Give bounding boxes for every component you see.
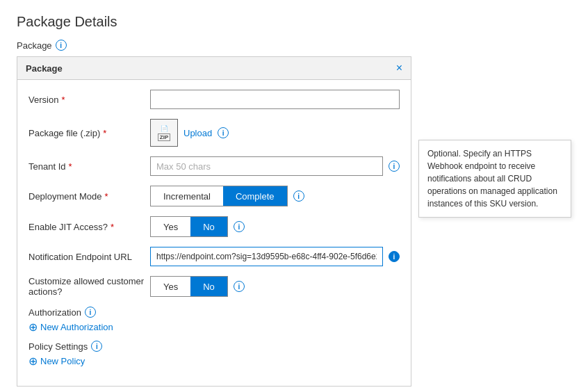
tenant-id-row: Tenant Id * i (28, 156, 400, 176)
package-section-info-icon[interactable]: i (56, 40, 67, 51)
customize-actions-label: Customize allowed customer actions? (28, 276, 150, 297)
close-button[interactable]: × (396, 63, 402, 74)
package-file-info-icon[interactable]: i (218, 127, 229, 138)
jit-access-row: Enable JIT Access? * Yes No i (28, 216, 400, 237)
new-policy-link[interactable]: ⊕ New Policy (28, 355, 400, 368)
package-file-label: Package file (.zip) * (28, 128, 150, 138)
notification-url-info-icon[interactable]: i (389, 251, 400, 262)
tenant-id-info-icon[interactable]: i (389, 161, 400, 172)
package-panel: Package × Version * Package file (.zip) … (17, 56, 411, 387)
tenant-id-required: * (69, 161, 72, 172)
notification-url-label: Notification Endpoint URL (28, 252, 150, 262)
authorization-info-icon[interactable]: i (85, 307, 96, 318)
jit-access-yes[interactable]: Yes (151, 217, 190, 236)
version-label: Version * (28, 95, 150, 105)
authorization-title: Authorization i (28, 307, 400, 318)
panel-title: Package (26, 63, 63, 74)
deployment-mode-incremental[interactable]: Incremental (151, 186, 223, 206)
policy-section: Policy Settings i ⊕ New Policy (28, 341, 400, 368)
notification-url-input[interactable] (150, 247, 383, 266)
new-authorization-link[interactable]: ⊕ New Authorization (28, 320, 400, 334)
deployment-mode-toggle: Incremental Complete (150, 186, 288, 206)
deployment-mode-row: Deployment Mode * Incremental Complete i (28, 186, 400, 206)
new-authorization-plus-icon: ⊕ (28, 320, 38, 334)
customize-actions-yes[interactable]: Yes (151, 277, 190, 296)
jit-access-toggle: Yes No (150, 216, 228, 237)
page-title: Package Details (17, 14, 571, 30)
version-required: * (61, 95, 65, 105)
package-section-label: Package i (17, 40, 571, 51)
zip-icon: 📄 ZIP (150, 119, 178, 147)
customize-actions-toggle: Yes No (150, 276, 228, 297)
section-label-text: Package (17, 40, 52, 51)
notification-url-row: Notification Endpoint URL i (28, 247, 400, 266)
panel-container: Package × Version * Package file (.zip) … (17, 56, 571, 387)
deployment-mode-complete[interactable]: Complete (223, 186, 287, 206)
new-policy-plus-icon: ⊕ (28, 355, 38, 368)
upload-link[interactable]: Upload (183, 128, 212, 138)
jit-access-info-icon[interactable]: i (234, 221, 245, 232)
customize-actions-no[interactable]: No (190, 277, 227, 296)
tenant-id-label: Tenant Id * (28, 161, 150, 172)
policy-title: Policy Settings i (28, 341, 400, 352)
authorization-section: Authorization i ⊕ New Authorization (28, 307, 400, 334)
deployment-mode-required: * (105, 191, 108, 202)
panel-header: Package × (17, 57, 411, 80)
version-input[interactable] (150, 90, 400, 109)
zip-label: ZIP (158, 133, 170, 141)
package-file-required: * (103, 128, 106, 138)
panel-body: Version * Package file (.zip) * 📄 ZIP Up… (17, 80, 411, 386)
customize-actions-row: Customize allowed customer actions? Yes … (28, 276, 400, 297)
policy-info-icon[interactable]: i (91, 341, 102, 352)
jit-access-no[interactable]: No (190, 217, 227, 236)
tooltip-text: Optional. Specify an HTTPS Webhook endpo… (427, 149, 557, 209)
package-file-row: Package file (.zip) * 📄 ZIP Upload i (28, 119, 400, 147)
jit-required: * (111, 222, 114, 232)
version-row: Version * (28, 90, 400, 109)
tenant-id-input[interactable] (150, 156, 383, 176)
customize-actions-info-icon[interactable]: i (234, 281, 245, 292)
jit-access-label: Enable JIT Access? * (28, 222, 150, 232)
upload-area: 📄 ZIP Upload i (150, 119, 229, 147)
notification-url-tooltip: Optional. Specify an HTTPS Webhook endpo… (418, 140, 571, 218)
deployment-mode-info-icon[interactable]: i (293, 190, 304, 202)
deployment-mode-label: Deployment Mode * (28, 191, 150, 202)
